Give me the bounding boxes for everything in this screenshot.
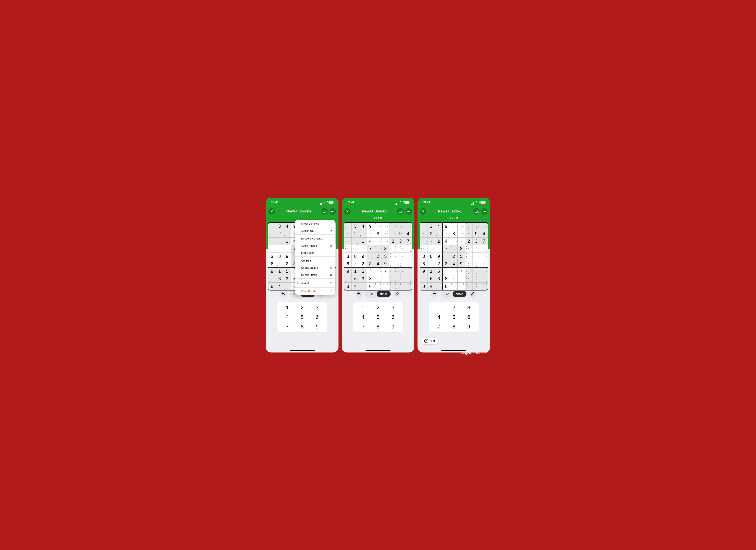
num-6[interactable]: 6 bbox=[385, 314, 400, 320]
sudoku-cell[interactable]: 3 bbox=[283, 275, 291, 283]
sudoku-cell[interactable]: 5 bbox=[352, 245, 359, 252]
sudoku-cell[interactable]: 56 bbox=[382, 223, 389, 230]
sudoku-cell[interactable]: 1256 bbox=[397, 245, 404, 252]
sudoku-cell[interactable]: 3 bbox=[268, 252, 276, 260]
sudoku-cell[interactable]: 9 bbox=[473, 230, 480, 238]
erase-button[interactable] bbox=[469, 290, 477, 298]
sudoku-cell[interactable] bbox=[435, 245, 442, 252]
sudoku-cell[interactable]: 6 bbox=[480, 252, 488, 260]
sudoku-cell[interactable]: 3 bbox=[367, 260, 374, 268]
sudoku-cell[interactable]: 8 bbox=[427, 252, 435, 260]
sudoku-cell[interactable]: 1359 bbox=[450, 283, 458, 290]
sudoku-cell[interactable]: 1356 bbox=[382, 230, 389, 238]
num-4[interactable]: 4 bbox=[431, 314, 446, 320]
num-3[interactable]: 3 bbox=[461, 304, 476, 310]
sudoku-cell[interactable]: 1568 bbox=[465, 223, 473, 230]
sudoku-cell[interactable]: 568 bbox=[404, 223, 412, 230]
sudoku-cell[interactable]: 2368 bbox=[480, 268, 488, 275]
sudoku-cell[interactable]: 4 bbox=[283, 223, 291, 230]
sudoku-cell[interactable]: 7 bbox=[480, 238, 488, 245]
timer[interactable]: ⏱02:58 bbox=[342, 216, 414, 220]
menu-hide-notes[interactable]: Hide Notes ⬚ bbox=[295, 249, 335, 257]
sudoku-cell[interactable]: 468 bbox=[397, 268, 404, 275]
sudoku-cell[interactable]: 8 bbox=[450, 230, 458, 238]
sudoku-cell[interactable]: 13 bbox=[458, 283, 465, 290]
sudoku-cell[interactable]: 8 bbox=[367, 275, 374, 283]
sudoku-cell[interactable]: 4 bbox=[374, 260, 382, 268]
sudoku-cell[interactable]: 12457 bbox=[397, 275, 404, 283]
sudoku-cell[interactable]: 568 bbox=[480, 223, 488, 230]
hint-button[interactable]: ? Hint bbox=[421, 338, 438, 344]
num-3[interactable]: 3 bbox=[385, 304, 400, 310]
sudoku-cell[interactable]: 2 bbox=[283, 260, 291, 268]
sudoku-cell[interactable]: 9 bbox=[382, 260, 389, 268]
sudoku-cell[interactable]: 3 bbox=[420, 252, 427, 260]
sudoku-cell[interactable]: 58 bbox=[404, 260, 412, 268]
num-5[interactable]: 5 bbox=[295, 314, 310, 320]
sudoku-cell[interactable]: 2359 bbox=[404, 283, 412, 290]
sudoku-cell[interactable]: 4 bbox=[480, 230, 488, 238]
sudoku-cell[interactable]: 167 bbox=[397, 252, 404, 260]
pen-segment[interactable]: Pen bbox=[441, 291, 453, 297]
sudoku-cell[interactable]: 12457 bbox=[473, 275, 480, 283]
sudoku-cell[interactable] bbox=[283, 245, 291, 252]
sudoku-cell[interactable]: 8 bbox=[443, 275, 450, 283]
sudoku-cell[interactable]: 167 bbox=[473, 252, 480, 260]
sudoku-cell[interactable]: 59 bbox=[374, 275, 382, 283]
pen-notes-toggle[interactable]: Pen Notes bbox=[441, 290, 467, 298]
sudoku-cell[interactable]: 5 bbox=[420, 230, 427, 238]
sudoku-cell[interactable]: 5 bbox=[359, 268, 367, 275]
sudoku-cell[interactable]: 9 bbox=[367, 223, 374, 230]
pen-notes-toggle[interactable]: Pen Notes bbox=[365, 290, 391, 298]
sudoku-cell[interactable]: 56 bbox=[389, 230, 397, 238]
sudoku-cell[interactable]: 56 bbox=[450, 238, 458, 245]
num-4[interactable]: 4 bbox=[280, 314, 295, 320]
more-button[interactable]: ••• bbox=[481, 208, 488, 215]
sudoku-cell[interactable]: 5 bbox=[435, 268, 442, 275]
sudoku-cell[interactable]: 57 bbox=[427, 260, 435, 268]
sudoku-cell[interactable]: 59 bbox=[276, 238, 283, 245]
sudoku-cell[interactable]: 4 bbox=[276, 283, 283, 290]
sudoku-cell[interactable]: 1 bbox=[276, 268, 283, 275]
sudoku-cell[interactable]: 156 bbox=[374, 223, 382, 230]
sudoku-cell[interactable]: 67 bbox=[283, 230, 291, 238]
num-8[interactable]: 8 bbox=[371, 324, 385, 330]
sudoku-cell[interactable]: 5 bbox=[420, 238, 427, 245]
sudoku-cell[interactable]: 27 bbox=[268, 275, 276, 283]
sudoku-cell[interactable]: 1467 bbox=[389, 252, 397, 260]
sudoku-cell[interactable]: 14 bbox=[458, 275, 465, 283]
sudoku-cell[interactable]: 145 bbox=[420, 245, 427, 252]
sudoku-cell[interactable]: 6 bbox=[276, 275, 283, 283]
sudoku-cell[interactable]: 2 bbox=[374, 252, 382, 260]
menu-autofill-notes[interactable]: Autofill Notes ▦ bbox=[295, 242, 335, 249]
sudoku-cell[interactable]: 36 bbox=[374, 268, 382, 275]
sudoku-cell[interactable]: 9 bbox=[283, 252, 291, 260]
sudoku-cell[interactable]: 6 bbox=[420, 260, 427, 268]
undo-button[interactable] bbox=[431, 290, 439, 298]
sudoku-cell[interactable]: 1359 bbox=[374, 283, 382, 290]
sudoku-cell[interactable]: 8 bbox=[352, 252, 359, 260]
sudoku-cell[interactable]: 4 bbox=[352, 283, 359, 290]
share-button[interactable] bbox=[473, 208, 479, 215]
sudoku-cell[interactable]: 3 bbox=[352, 223, 359, 230]
sudoku-cell[interactable]: 6 bbox=[367, 283, 374, 290]
sudoku-cell[interactable]: 7 bbox=[435, 283, 442, 290]
sudoku-cell[interactable]: 5 bbox=[268, 238, 276, 245]
sudoku-cell[interactable]: 15 bbox=[443, 230, 450, 238]
sudoku-cell[interactable]: 27 bbox=[420, 275, 427, 283]
sudoku-cell[interactable]: 8 bbox=[374, 230, 382, 238]
sudoku-grid[interactable]: 7349156561568156856852671581356569455914… bbox=[420, 223, 488, 290]
sudoku-cell[interactable]: 56 bbox=[382, 238, 389, 245]
share-button[interactable] bbox=[321, 208, 328, 215]
num-4[interactable]: 4 bbox=[356, 314, 371, 320]
num-2[interactable]: 2 bbox=[446, 304, 461, 310]
erase-button[interactable] bbox=[393, 290, 401, 298]
close-button[interactable]: ✕ bbox=[420, 208, 426, 215]
sudoku-cell[interactable]: 7 bbox=[283, 283, 291, 290]
sudoku-cell[interactable]: 2569 bbox=[404, 245, 412, 252]
sudoku-cell[interactable]: 9 bbox=[458, 260, 465, 268]
num-3[interactable]: 3 bbox=[310, 304, 325, 310]
sudoku-cell[interactable]: 5 bbox=[268, 230, 276, 238]
sudoku-cell[interactable]: 1578 bbox=[397, 260, 404, 268]
sudoku-cell[interactable]: 7 bbox=[458, 268, 465, 275]
